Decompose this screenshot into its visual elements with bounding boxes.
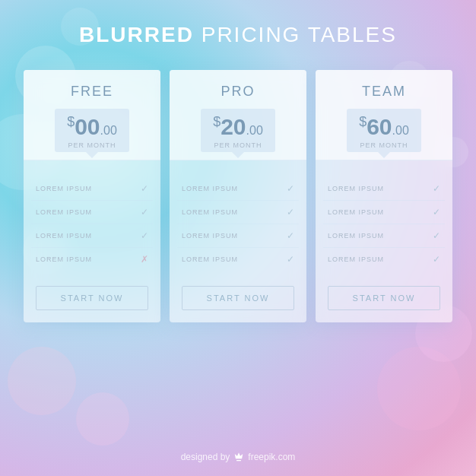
- footer-credit: designed by freepik.com: [181, 452, 296, 462]
- pricing-card-pro: PRO $20.00 PER MONTH LOREM IPSUM ✓ LOREM…: [170, 70, 306, 322]
- check-icon: ✓: [287, 183, 294, 194]
- feature-label: LOREM IPSUM: [182, 185, 238, 192]
- check-icon: ✓: [433, 207, 440, 217]
- price-cents: .00: [392, 124, 409, 137]
- footer-text: designed by: [181, 452, 230, 462]
- feature-row: LOREM IPSUM ✓: [177, 224, 299, 248]
- start-now-button-free[interactable]: START NOW: [36, 286, 148, 310]
- feature-label: LOREM IPSUM: [328, 232, 384, 240]
- feature-label: LOREM IPSUM: [36, 232, 92, 240]
- feature-row: LOREM IPSUM ✓: [323, 248, 445, 271]
- page-title-area: BLURRED pricing tables: [79, 23, 397, 47]
- price-amount-pro: $20.00: [213, 115, 263, 138]
- start-now-button-pro[interactable]: START NOW: [182, 286, 294, 310]
- check-icon: ✓: [141, 183, 148, 194]
- per-month-label: PER MONTH: [359, 141, 409, 149]
- per-month-label: PER MONTH: [213, 141, 263, 149]
- price-symbol: $: [213, 114, 221, 129]
- card-header-free: FREE $00.00 PER MONTH: [24, 70, 160, 160]
- price-badge-pro: $20.00 PER MONTH: [201, 109, 275, 152]
- feature-row: LOREM IPSUM ✓: [177, 248, 299, 271]
- feature-row: LOREM IPSUM ✓: [323, 177, 445, 201]
- check-icon: ✓: [433, 183, 440, 194]
- card-features-free: LOREM IPSUM ✓ LOREM IPSUM ✓ LOREM IPSUM …: [24, 160, 160, 278]
- check-icon: ✓: [287, 207, 294, 217]
- check-icon: ✓: [141, 230, 148, 241]
- check-icon: ✓: [433, 230, 440, 241]
- check-icon: ✓: [287, 230, 294, 241]
- bokeh-circle-7: [377, 347, 461, 430]
- check-icon: ✓: [141, 207, 148, 217]
- crown-icon: [233, 452, 244, 462]
- card-footer-free: START NOW: [24, 278, 160, 322]
- price-cents: .00: [100, 124, 117, 137]
- feature-row: LOREM IPSUM ✓: [31, 201, 153, 224]
- card-features-pro: LOREM IPSUM ✓ LOREM IPSUM ✓ LOREM IPSUM …: [170, 160, 306, 278]
- price-amount-free: $00.00: [67, 115, 117, 138]
- feature-label: LOREM IPSUM: [328, 185, 384, 192]
- card-header-team: TEAM $60.00 PER MONTH: [316, 70, 452, 160]
- feature-label: LOREM IPSUM: [36, 255, 92, 263]
- price-badge-team: $60.00 PER MONTH: [347, 109, 421, 152]
- start-now-button-team[interactable]: START NOW: [328, 286, 440, 310]
- feature-label: LOREM IPSUM: [328, 255, 384, 263]
- price-badge-free: $00.00 PER MONTH: [55, 109, 129, 152]
- feature-label: LOREM IPSUM: [182, 232, 238, 240]
- check-icon: ✓: [287, 254, 294, 265]
- check-icon: ✓: [433, 254, 440, 265]
- pricing-card-free: FREE $00.00 PER MONTH LOREM IPSUM ✓ LORE…: [24, 70, 160, 322]
- feature-label: LOREM IPSUM: [36, 185, 92, 192]
- bokeh-circle-5: [8, 347, 76, 415]
- cross-icon: ✗: [141, 254, 148, 265]
- feature-row: LOREM IPSUM ✓: [177, 201, 299, 224]
- plan-name-pro: PRO: [177, 84, 299, 100]
- bokeh-circle-6: [76, 392, 129, 446]
- card-footer-pro: START NOW: [170, 278, 306, 322]
- feature-row: LOREM IPSUM ✓: [31, 177, 153, 201]
- feature-label: LOREM IPSUM: [182, 208, 238, 216]
- feature-label: LOREM IPSUM: [36, 208, 92, 216]
- page-title: BLURRED pricing tables: [79, 23, 397, 47]
- feature-row: LOREM IPSUM ✓: [177, 177, 299, 201]
- price-symbol: $: [67, 114, 75, 129]
- pricing-card-team: TEAM $60.00 PER MONTH LOREM IPSUM ✓ LORE…: [316, 70, 452, 322]
- plan-name-team: TEAM: [323, 84, 445, 100]
- feature-row: LOREM IPSUM ✓: [31, 224, 153, 248]
- price-cents: .00: [246, 124, 263, 137]
- price-symbol: $: [359, 114, 367, 129]
- feature-row: LOREM IPSUM ✗: [31, 248, 153, 271]
- card-header-pro: PRO $20.00 PER MONTH: [170, 70, 306, 160]
- feature-row: LOREM IPSUM ✓: [323, 224, 445, 248]
- per-month-label: PER MONTH: [67, 141, 117, 149]
- pricing-cards-container: FREE $00.00 PER MONTH LOREM IPSUM ✓ LORE…: [24, 70, 452, 322]
- feature-label: LOREM IPSUM: [328, 208, 384, 216]
- price-amount-team: $60.00: [359, 115, 409, 138]
- footer-brand: freepik.com: [248, 452, 295, 462]
- plan-name-free: FREE: [31, 84, 153, 100]
- card-footer-team: START NOW: [316, 278, 452, 322]
- card-features-team: LOREM IPSUM ✓ LOREM IPSUM ✓ LOREM IPSUM …: [316, 160, 452, 278]
- feature-row: LOREM IPSUM ✓: [323, 201, 445, 224]
- feature-label: LOREM IPSUM: [182, 255, 238, 263]
